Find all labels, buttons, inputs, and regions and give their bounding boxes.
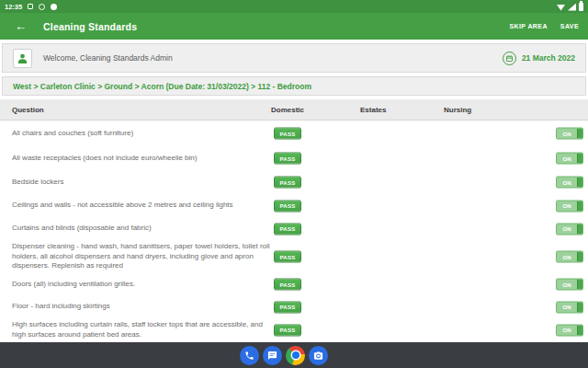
question-text: Dispenser cleaning - hand wash, hand san… — [12, 242, 271, 271]
on-toggle[interactable]: ON — [556, 324, 583, 336]
question-text: Floor - hard including skirtings — [12, 302, 271, 312]
welcome-text: Welcome, Cleaning Standards Admin — [43, 53, 173, 63]
notification-circle-icon — [39, 4, 45, 10]
pass-button[interactable]: PASS — [274, 301, 301, 313]
toggle-thumb — [577, 252, 582, 262]
toggle-label: ON — [557, 252, 577, 262]
pass-button[interactable]: PASS — [274, 200, 301, 212]
notification-app-icon — [28, 4, 33, 9]
cell-signal-icon — [568, 4, 576, 11]
toggle-label: ON — [557, 325, 577, 335]
pass-button[interactable]: PASS — [274, 128, 301, 140]
toggle-label: ON — [557, 178, 577, 188]
breadcrumb-bar: West > Carleton Clinic > Ground > Acorn … — [2, 76, 586, 96]
pass-button[interactable]: PASS — [274, 153, 301, 165]
table-row: Bedside lockers PASS ON — [0, 170, 588, 194]
save-button[interactable]: SAVE — [560, 23, 579, 29]
welcome-bar: Welcome, Cleaning Standards Admin 21 Mar… — [2, 43, 586, 73]
column-header-estates: Estates — [360, 99, 386, 121]
pass-button[interactable]: PASS — [274, 324, 301, 336]
toggle-thumb — [577, 280, 582, 290]
question-text: Ceilings and walls - not accessible abov… — [12, 201, 271, 211]
wifi-icon — [557, 4, 565, 11]
pass-button[interactable]: PASS — [274, 223, 301, 235]
table-row: Doors (all) including ventilation grille… — [0, 273, 588, 295]
table-row: Dispenser cleaning - hand wash, hand san… — [0, 240, 588, 273]
on-toggle[interactable]: ON — [556, 223, 583, 235]
camera-icon[interactable] — [309, 346, 328, 365]
toggle-thumb — [577, 154, 582, 164]
toggle-thumb — [577, 178, 582, 188]
column-header-nursing: Nursing — [444, 99, 471, 121]
toggle-label: ON — [557, 302, 577, 312]
table-row: High surfaces including curtain rails, s… — [0, 318, 588, 341]
toggle-thumb — [577, 201, 582, 211]
date-picker[interactable]: 21 March 2022 — [503, 52, 575, 65]
column-header-question: Question — [12, 99, 44, 121]
toggle-label: ON — [557, 129, 577, 139]
on-toggle[interactable]: ON — [556, 200, 583, 212]
current-date: 21 March 2022 — [522, 53, 575, 63]
chrome-icon-center — [292, 351, 300, 359]
breadcrumb: West > Carleton Clinic > Ground > Acorn … — [13, 82, 311, 91]
question-list: All chairs and couches (soft furniture) … — [0, 121, 588, 341]
toggle-label: ON — [557, 280, 577, 290]
table-row: All waste receptacles (does not include … — [0, 146, 588, 170]
table-row: Floor - hard including skirtings PASS ON — [0, 295, 588, 318]
back-arrow-icon[interactable]: ← — [15, 20, 27, 32]
skip-area-button[interactable]: SKIP AREA — [510, 23, 548, 29]
on-toggle[interactable]: ON — [556, 279, 583, 291]
question-text: Bedside lockers — [12, 178, 271, 188]
phone-icon[interactable] — [240, 346, 259, 365]
notification-dot-icon — [51, 4, 57, 10]
question-text: All chairs and couches (soft furniture) — [12, 129, 271, 139]
toggle-label: ON — [557, 224, 577, 234]
toggle-label: ON — [557, 154, 577, 164]
toggle-label: ON — [557, 201, 577, 211]
dock — [0, 342, 588, 368]
pass-button[interactable]: PASS — [274, 177, 301, 189]
pass-button[interactable]: PASS — [274, 279, 301, 291]
messages-icon[interactable] — [263, 346, 282, 365]
app-bar: ← Cleaning Standards SKIP AREA SAVE — [0, 13, 588, 40]
table-row: All chairs and couches (soft furniture) … — [0, 121, 588, 146]
question-text: High surfaces including curtain rails, s… — [12, 320, 271, 339]
question-text: All waste receptacles (does not include … — [12, 154, 271, 164]
toggle-thumb — [577, 302, 582, 312]
question-text: Curtains and blinds (disposable and fabr… — [12, 224, 271, 234]
clock: 12:35 — [5, 3, 22, 11]
toggle-thumb — [577, 325, 582, 335]
column-header-domestic: Domestic — [271, 99, 304, 121]
on-toggle[interactable]: ON — [556, 251, 583, 263]
status-bar: 12:35 — [0, 0, 588, 13]
toggle-thumb — [577, 224, 582, 234]
battery-icon — [579, 3, 583, 11]
on-toggle[interactable]: ON — [556, 177, 583, 189]
screen: 12:35 ← Cleaning Standards SKIP AREA SAV… — [0, 0, 588, 368]
table-header: Question Domestic Estates Nursing — [0, 99, 588, 121]
table-row: Curtains and blinds (disposable and fabr… — [0, 217, 588, 240]
on-toggle[interactable]: ON — [556, 153, 583, 165]
page-title: Cleaning Standards — [43, 21, 137, 32]
calendar-icon — [503, 52, 516, 65]
chrome-icon[interactable] — [286, 346, 305, 365]
table-row: Ceilings and walls - not accessible abov… — [0, 194, 588, 217]
on-toggle[interactable]: ON — [556, 301, 583, 313]
pass-button[interactable]: PASS — [274, 251, 301, 263]
toggle-thumb — [577, 129, 582, 139]
user-avatar — [13, 49, 32, 68]
person-icon — [17, 52, 28, 64]
on-toggle[interactable]: ON — [556, 128, 583, 140]
question-text: Doors (all) including ventilation grille… — [12, 280, 271, 290]
